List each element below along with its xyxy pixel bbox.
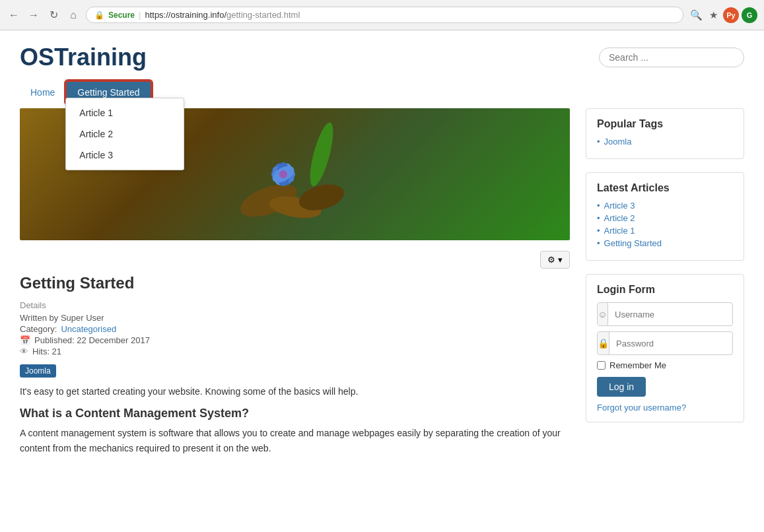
- address-bar[interactable]: 🔒 Secure | https://ostraining.info/getti…: [86, 7, 683, 23]
- latest-getting-started-link[interactable]: Getting Started: [604, 238, 662, 248]
- dropdown-menu: Article 1 Article 2 Article 3: [65, 98, 184, 170]
- category-label: Category:: [20, 324, 57, 334]
- dropdown-item-article1[interactable]: Article 1: [66, 102, 184, 123]
- login-form-widget: Login Form ☺ 🔒 Remember Me Log in: [586, 274, 744, 422]
- latest-article-item: Article 3: [597, 201, 733, 211]
- password-input[interactable]: [609, 335, 733, 352]
- browser-chrome: ← → ↻ ⌂ 🔒 Secure | https://ostraining.in…: [0, 0, 764, 30]
- forgot-username-link[interactable]: Forgot your username?: [597, 403, 686, 413]
- latest-articles-widget: Latest Articles Article 3 Article 2 Arti…: [586, 172, 744, 261]
- bookmark-icon[interactable]: ★: [706, 8, 720, 22]
- back-button[interactable]: ←: [7, 8, 21, 22]
- reload-button[interactable]: ↻: [46, 8, 61, 22]
- search-input[interactable]: [599, 48, 744, 67]
- nav-getting-started-dropdown: Getting Started Article 1 Article 2 Arti…: [65, 87, 151, 98]
- published-text: Published: 22 December 2017: [34, 335, 150, 345]
- latest-article-item: Article 2: [597, 213, 733, 223]
- lock-icon: 🔒: [94, 11, 104, 20]
- latest-article-1-link[interactable]: Article 1: [604, 226, 635, 236]
- password-input-wrap: 🔒: [597, 331, 733, 355]
- toolbar-button[interactable]: ⚙ ▾: [540, 251, 570, 269]
- username-input[interactable]: [608, 306, 732, 323]
- dropdown-item-article3[interactable]: Article 3: [66, 145, 184, 166]
- svg-point-10: [279, 170, 287, 178]
- published-row: 📅 Published: 22 December 2017: [20, 335, 570, 345]
- hits-text: Hits: 21: [32, 347, 61, 356]
- written-by-row: Written by Super User: [20, 313, 570, 323]
- gear-icon: ⚙: [547, 255, 555, 265]
- latest-articles-list: Article 3 Article 2 Article 1 Getting St…: [597, 201, 733, 248]
- user-icon: ☺: [598, 303, 608, 325]
- login-button[interactable]: Log in: [597, 377, 646, 397]
- site-header: OSTraining: [20, 44, 744, 71]
- url-display: https://ostraining.info/getting-started.…: [145, 10, 300, 20]
- tag-badge[interactable]: Joomla: [20, 364, 56, 378]
- hits-row: 👁 Hits: 21: [20, 347, 570, 356]
- article-body-text2: A content management system is software …: [20, 426, 570, 455]
- written-by-text: Written by Super User: [20, 313, 104, 323]
- details-block: Written by Super User Category: Uncatego…: [20, 313, 570, 356]
- sidebar: Popular Tags Joomla Latest Articles Arti…: [586, 108, 744, 463]
- search-browser-icon[interactable]: 🔍: [689, 8, 703, 22]
- eye-icon: 👁: [20, 347, 28, 356]
- latest-article-item: Article 1: [597, 226, 733, 236]
- secure-label: Secure: [108, 11, 135, 20]
- popular-tags-title: Popular Tags: [597, 118, 733, 130]
- site-title: OSTraining: [20, 44, 147, 71]
- latest-article-2-link[interactable]: Article 2: [604, 213, 635, 223]
- flower-svg: [236, 115, 355, 234]
- dropdown-item-article2[interactable]: Article 2: [66, 123, 184, 145]
- username-input-wrap: ☺: [597, 302, 733, 326]
- latest-article-item: Getting Started: [597, 238, 733, 248]
- remember-me-label: Remember Me: [609, 360, 666, 370]
- category-row: Category: Uncategorised: [20, 324, 570, 334]
- login-form: ☺ 🔒 Remember Me Log in Forgot your usern…: [597, 302, 733, 413]
- nav-bar: Home Getting Started Article 1 Article 2…: [20, 82, 744, 103]
- login-form-title: Login Form: [597, 284, 733, 296]
- latest-article-3-link[interactable]: Article 3: [604, 201, 635, 211]
- svg-point-3: [305, 121, 337, 189]
- details-label: Details: [20, 300, 570, 310]
- article-body-text: It's easy to get started creating your w…: [20, 384, 570, 399]
- tag-link-joomla[interactable]: Joomla: [604, 137, 632, 147]
- remember-me-checkbox[interactable]: [597, 361, 606, 370]
- forward-button[interactable]: →: [26, 8, 41, 22]
- article-title: Getting Started: [20, 274, 570, 292]
- avatar-g: G: [742, 7, 757, 23]
- remember-me-row: Remember Me: [597, 360, 733, 370]
- popular-tags-widget: Popular Tags Joomla: [586, 108, 744, 159]
- browser-toolbar: 🔍 ★ Py G: [689, 7, 757, 23]
- category-link[interactable]: Uncategorised: [61, 324, 116, 334]
- dropdown-arrow: ▾: [558, 255, 563, 265]
- calendar-icon: 📅: [20, 335, 30, 345]
- nav-home[interactable]: Home: [20, 82, 65, 103]
- lock-icon: 🔒: [598, 332, 609, 354]
- tag-item-joomla: Joomla: [597, 137, 733, 147]
- latest-articles-title: Latest Articles: [597, 182, 733, 194]
- page-wrapper: OSTraining Home Getting Started Article …: [0, 30, 764, 477]
- popular-tags-list: Joomla: [597, 137, 733, 147]
- home-button[interactable]: ⌂: [66, 8, 81, 22]
- article-subheading: What is a Content Management System?: [20, 407, 570, 420]
- avatar-py: Py: [723, 7, 739, 23]
- toolbar-area: ⚙ ▾: [20, 251, 570, 269]
